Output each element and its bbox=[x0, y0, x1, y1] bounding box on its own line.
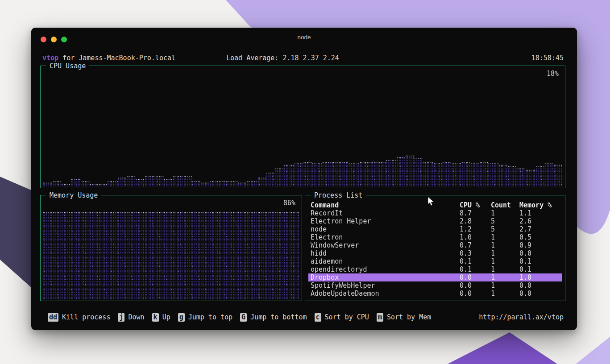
shortcut-key-badge: j bbox=[118, 313, 124, 322]
column-memory: Memory % bbox=[519, 201, 562, 209]
process-memory: 0.0 bbox=[519, 290, 562, 298]
shortcut-label: Jump to top bbox=[188, 313, 232, 322]
shortcut-c[interactable]: cSort by CPU bbox=[315, 313, 369, 322]
process-count: 1 bbox=[491, 273, 519, 281]
process-cpu: 0.0 bbox=[460, 273, 491, 281]
vtop-url-link[interactable]: http://parall.ax/vtop bbox=[479, 313, 564, 322]
process-row[interactable]: aidaemon0.110.1 bbox=[308, 257, 562, 265]
process-command: WindowServer bbox=[311, 241, 460, 249]
shortcut-key-badge: c bbox=[315, 313, 321, 322]
shortcut-list: ddKill processjDownkUpgJump to topGJump … bbox=[48, 313, 431, 322]
process-memory: 0.1 bbox=[519, 257, 562, 265]
process-count: 1 bbox=[491, 265, 519, 273]
shortcut-key-badge: k bbox=[152, 313, 159, 322]
process-memory: 0.9 bbox=[519, 241, 562, 249]
process-cpu: 2.8 bbox=[460, 217, 491, 225]
process-row-selected[interactable]: Dropbox0.011.0 bbox=[308, 273, 562, 281]
shortcut-label: Kill process bbox=[62, 313, 110, 322]
memory-usage-panel: Memory Usage 86% bbox=[40, 195, 302, 301]
clock-label: 18:58:45 bbox=[531, 54, 564, 62]
column-count: Count bbox=[491, 201, 519, 209]
process-command: aidaemon bbox=[311, 257, 460, 265]
process-panel-title: Process List bbox=[311, 191, 366, 200]
shortcut-m[interactable]: mSort by Mem bbox=[377, 313, 431, 322]
process-row[interactable]: Electron1.010.5 bbox=[308, 233, 562, 241]
decoration-corner-triangle bbox=[576, 337, 610, 364]
cpu-usage-panel: CPU Usage 18% bbox=[40, 66, 565, 188]
process-row[interactable]: AdobeUpdateDaemon0.010.0 bbox=[308, 290, 562, 298]
shortcut-label: Down bbox=[128, 313, 144, 322]
desktop-background: node vtop for Jamess-MacBook-Pro.local L… bbox=[0, 0, 610, 364]
shortcut-label: Up bbox=[162, 313, 170, 322]
process-memory: 1.0 bbox=[519, 273, 562, 281]
process-command: SpotifyWebHelper bbox=[311, 281, 460, 290]
process-memory: 2.7 bbox=[519, 225, 562, 233]
shortcut-dd[interactable]: ddKill process bbox=[48, 313, 110, 322]
hostname-label: vtop for Jamess-MacBook-Pro.local bbox=[42, 54, 175, 62]
shortcut-key-badge: g bbox=[178, 313, 185, 322]
process-count: 1 bbox=[491, 241, 519, 249]
memory-usage-value: 86% bbox=[283, 199, 295, 207]
shortcut-G[interactable]: GJump to bottom bbox=[240, 313, 307, 322]
process-row[interactable]: WindowServer0.710.9 bbox=[308, 241, 562, 249]
memory-usage-chart bbox=[41, 196, 301, 300]
process-command: RecordIt bbox=[311, 209, 460, 217]
shortcut-k[interactable]: kUp bbox=[152, 313, 170, 322]
process-cpu: 0.7 bbox=[460, 241, 491, 249]
host-suffix: for Jamess-MacBook-Pro.local bbox=[58, 54, 175, 62]
decoration-bottom-triangle bbox=[448, 332, 557, 364]
process-cpu: 0.0 bbox=[460, 290, 491, 298]
process-command: Electron Helper bbox=[311, 217, 460, 225]
process-cpu: 8.7 bbox=[460, 209, 491, 217]
process-count: 1 bbox=[491, 233, 519, 241]
window-titlebar[interactable]: node bbox=[31, 28, 577, 47]
process-count: 1 bbox=[491, 257, 519, 265]
process-count: 1 bbox=[491, 249, 519, 257]
process-memory: 0.5 bbox=[519, 233, 562, 241]
shortcut-key-badge: m bbox=[377, 313, 383, 322]
process-command: hidd bbox=[311, 249, 460, 257]
process-rows: RecordIt8.711.1Electron Helper2.852.6nod… bbox=[308, 209, 562, 298]
process-table: Command CPU % Count Memory % RecordIt8.7… bbox=[308, 201, 562, 298]
process-cpu: 0.3 bbox=[460, 249, 491, 257]
process-command: opendirectoryd bbox=[311, 265, 460, 273]
column-command: Command bbox=[311, 201, 460, 209]
cpu-usage-chart bbox=[41, 67, 564, 187]
shortcut-j[interactable]: jDown bbox=[118, 313, 144, 322]
process-count: 5 bbox=[491, 225, 519, 233]
process-row[interactable]: node1.252.7 bbox=[308, 225, 562, 233]
shortcut-label: Sort by CPU bbox=[325, 313, 369, 322]
process-row[interactable]: opendirectoryd0.110.1 bbox=[308, 265, 562, 273]
load-average-label: Load Average: 2.18 2.37 2.24 bbox=[226, 54, 339, 62]
process-table-header: Command CPU % Count Memory % bbox=[308, 201, 562, 209]
process-row[interactable]: SpotifyWebHelper0.010.0 bbox=[308, 281, 562, 290]
mouse-cursor-icon bbox=[427, 196, 435, 207]
process-count: 1 bbox=[491, 290, 519, 298]
process-count: 5 bbox=[491, 217, 519, 225]
cpu-usage-value: 18% bbox=[547, 70, 559, 78]
process-row[interactable]: hidd0.310.0 bbox=[308, 249, 562, 257]
process-memory: 0.0 bbox=[519, 281, 562, 290]
process-row[interactable]: Electron Helper2.852.6 bbox=[308, 217, 562, 225]
process-memory: 2.6 bbox=[519, 217, 562, 225]
window-title: node bbox=[31, 34, 577, 41]
shortcut-label: Jump to bottom bbox=[250, 313, 307, 322]
status-header: vtop for Jamess-MacBook-Pro.local Load A… bbox=[42, 54, 564, 62]
process-command: node bbox=[311, 225, 460, 233]
terminal-window: node vtop for Jamess-MacBook-Pro.local L… bbox=[31, 28, 577, 330]
shortcut-key-badge: dd bbox=[48, 313, 58, 322]
process-memory: 1.1 bbox=[519, 209, 562, 217]
process-row[interactable]: RecordIt8.711.1 bbox=[308, 209, 562, 217]
process-list-panel: Process List Command CPU % Count Memory … bbox=[305, 195, 565, 301]
app-name: vtop bbox=[42, 54, 58, 62]
shortcut-label: Sort by Mem bbox=[387, 313, 431, 322]
process-cpu: 0.1 bbox=[460, 265, 491, 273]
shortcut-g[interactable]: gJump to top bbox=[178, 313, 232, 322]
column-cpu: CPU % bbox=[460, 201, 491, 209]
process-memory: 0.0 bbox=[519, 249, 562, 257]
process-memory: 0.1 bbox=[519, 265, 562, 273]
process-command: Dropbox bbox=[311, 273, 460, 281]
process-count: 1 bbox=[491, 281, 519, 290]
process-cpu: 1.0 bbox=[460, 233, 491, 241]
shortcut-key-badge: G bbox=[240, 313, 247, 322]
